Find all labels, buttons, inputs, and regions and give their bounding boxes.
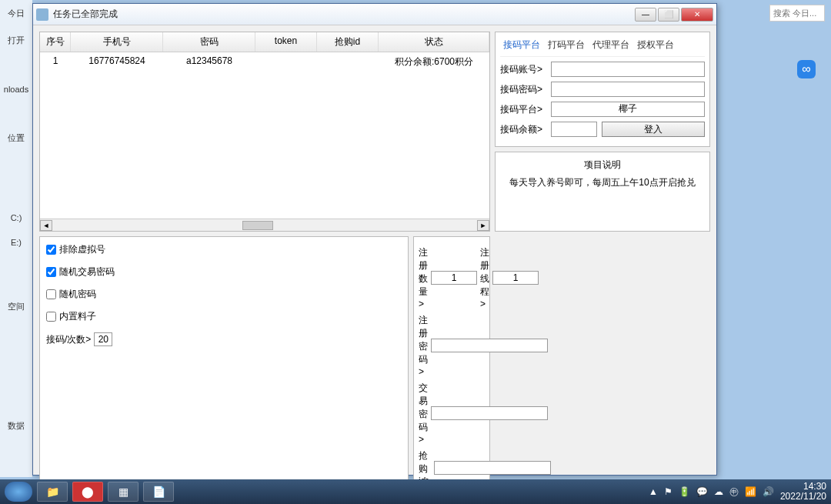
scroll-left-icon[interactable]: ◄ [40,220,52,231]
bg-item: nloads [0,77,32,102]
taskbar-notepad-icon[interactable]: 📄 [143,482,174,502]
tab-captcha[interactable]: 打码平台 [548,38,585,52]
tray-volume-icon[interactable]: 🔊 [763,486,774,497]
account-input[interactable] [551,62,705,77]
th-phone[interactable]: 手机号 [71,32,163,52]
platform-tabs: 接码平台 打码平台 代理平台 授权平台 [500,37,705,57]
platform-panel: 接码平台 打码平台 代理平台 授权平台 接码账号> 接码密码> 接码平台>椰子 … [495,32,710,147]
reg-pwd-input[interactable] [431,339,548,352]
tray-icon[interactable]: 📶 [745,486,756,497]
checkbox-random-trade-pwd[interactable] [46,267,56,277]
reg-threads-input[interactable] [492,271,539,285]
register-panel: 注册数量>注册线程> 注册密码> 交易密码> 抢购id> 项目编号>养号模式 注… [413,236,490,504]
checkbox-random-pwd[interactable] [46,289,56,299]
tray-icon[interactable]: ㊥ [729,486,739,499]
bg-item: 数据 [0,412,32,439]
td-qgid [317,52,379,72]
table-h-scrollbar[interactable]: ◄ ► [40,219,489,231]
reg-pwd-label: 注册密码> [419,314,428,377]
maximize-button[interactable]: ⬜ [658,8,679,22]
tray-icon[interactable]: ▲ [649,486,658,497]
checkbox-exclude-virtual[interactable] [46,245,56,255]
bg-item: E:) [0,230,32,255]
start-menu-button[interactable] [5,482,32,502]
th-token[interactable]: token [255,32,317,52]
tray-icon[interactable]: ⚑ [664,486,672,497]
td-token [255,52,317,72]
td-seq: 1 [40,52,71,72]
receive-times-label: 接码/次数> [46,333,91,346]
window-title: 任务已全部完成 [53,8,635,21]
bg-item: 打开 [0,27,32,54]
td-status: 积分余额:6700积分 [379,52,489,72]
baidu-icon[interactable]: ∞ [797,60,816,78]
taskbar-record-icon[interactable]: ⬤ [72,482,103,502]
opt-random-trade-pwd[interactable]: 随机交易密码 [46,265,402,279]
th-status[interactable]: 状态 [379,32,489,52]
app-icon [36,8,48,21]
balance-label: 接码余额> [500,123,546,136]
bg-item: C:) [0,205,32,230]
taskbar-explorer-icon[interactable]: 📁 [37,482,68,502]
th-pwd[interactable]: 密码 [163,32,255,52]
scroll-thumb[interactable] [242,221,273,230]
reg-threads-label: 注册线程> [480,246,489,309]
opt-exclude-virtual[interactable]: 排除虚拟号 [46,243,402,256]
balance-input[interactable] [551,122,597,137]
platform-select[interactable]: 椰子 [551,102,705,117]
bg-item: 空间 [0,293,32,320]
close-button[interactable]: ✕ [681,8,713,22]
th-qgid[interactable]: 抢购id [317,32,379,52]
table-header-row: 序号 手机号 密码 token 抢购id 状态 [40,32,489,52]
password-label: 接码密码> [500,83,546,96]
tray-clock[interactable]: 14:30 2022/11/20 [780,482,826,502]
desc-title: 项目说明 [502,159,703,172]
table-row[interactable]: 1 16776745824 a12345678 积分余额:6700积分 [40,52,489,72]
th-seq[interactable]: 序号 [40,32,71,52]
reg-qgid-input[interactable] [434,461,551,475]
td-phone: 16776745824 [71,52,163,72]
platform-label: 接码平台> [500,103,546,116]
desktop-left-sidebar: 今日 打开 nloads 位置 C:) E:) 空间 数据 [0,0,32,477]
tab-auth[interactable]: 授权平台 [637,38,674,52]
opt-random-pwd[interactable]: 随机密码 [46,288,402,301]
reg-count-label: 注册数量> [419,246,428,309]
td-pwd: a12345678 [163,52,255,72]
reg-count-input[interactable] [431,271,477,285]
accounts-table: 序号 手机号 密码 token 抢购id 状态 1 16776745824 a1… [39,32,490,232]
reg-trade-input[interactable] [431,406,548,420]
receive-times-row: 接码/次数> [46,332,402,346]
receive-times-input[interactable] [94,332,112,346]
tab-receive[interactable]: 接码平台 [503,38,540,52]
tray-icon[interactable]: 🔋 [679,486,690,497]
minimize-button[interactable]: — [635,8,656,22]
tray-icon[interactable]: 💬 [696,486,708,497]
bg-item: 位置 [0,125,32,152]
account-label: 接码账号> [500,63,546,76]
titlebar[interactable]: 任务已全部完成 — ⬜ ✕ [33,4,716,25]
reg-trade-label: 交易密码> [419,382,428,445]
desc-text: 每天导入养号即可，每周五上午10点开启抢兑 [502,176,703,189]
scroll-right-icon[interactable]: ► [477,220,489,231]
system-tray[interactable]: ▲ ⚑ 🔋 💬 ☁ ㊥ 📶 🔊 14:30 2022/11/20 [649,482,826,502]
tab-proxy[interactable]: 代理平台 [592,38,629,52]
opt-inner-seed[interactable]: 内置料子 [46,310,402,323]
tray-icon[interactable]: ☁ [714,486,723,497]
password-input[interactable] [551,82,705,97]
login-button[interactable]: 登入 [602,122,705,137]
taskbar-app-icon[interactable]: ▦ [108,482,138,502]
app-window: 任务已全部完成 — ⬜ ✕ 序号 手机号 密码 token 抢购id 状态 1 … [32,3,717,476]
description-panel: 项目说明 每天导入养号即可，每周五上午10点开启抢兑 [495,152,710,232]
checkbox-inner-seed[interactable] [46,312,56,322]
options-panel: 排除虚拟号 随机交易密码 随机密码 内置料子 接码/次数> [39,236,409,504]
bg-item: 今日 [0,0,32,27]
taskbar[interactable]: 📁 ⬤ ▦ 📄 ▲ ⚑ 🔋 💬 ☁ ㊥ 📶 🔊 14:30 2022/11/20 [0,479,831,504]
desktop-search-input[interactable] [769,5,825,22]
